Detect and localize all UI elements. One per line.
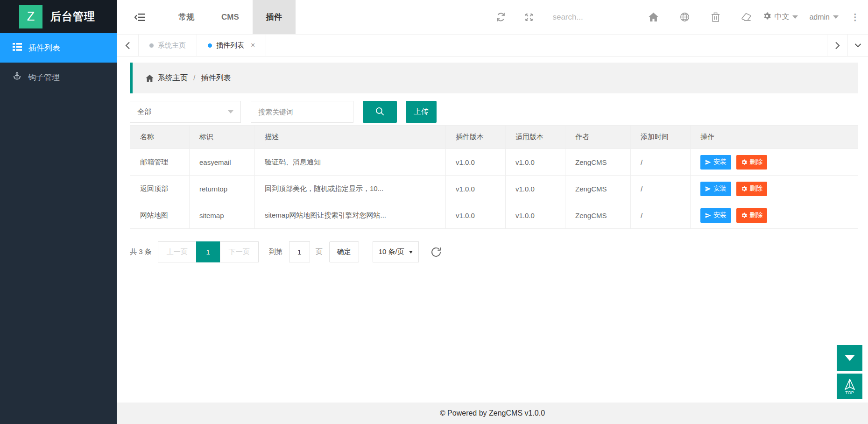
kebab-menu-icon[interactable]: ⋮	[851, 13, 860, 21]
cell-description: 回到顶部美化，随机或指定显示，10...	[255, 176, 446, 202]
table-row: 网站地图 sitemap sitemap网站地图让搜索引擎对您网站... v1.…	[130, 202, 858, 229]
cell-name: 邮箱管理	[130, 149, 190, 176]
refresh-icon[interactable]	[496, 12, 506, 22]
column-header: 名称	[130, 126, 190, 149]
category-select-value: 全部	[137, 107, 151, 116]
tab-plugin-list[interactable]: 插件列表 ×	[197, 35, 266, 56]
install-button[interactable]: 安装	[700, 182, 731, 196]
top-label: TOP	[845, 390, 854, 395]
plugin-table-head-row: 名称标识描述插件版本适用版本作者添加时间操作	[130, 126, 858, 149]
gear-icon	[763, 12, 771, 22]
user-menu[interactable]: admin	[809, 13, 839, 21]
fullscreen-icon[interactable]	[524, 13, 534, 22]
eraser-icon[interactable]	[741, 13, 752, 21]
cell-added-time: /	[631, 149, 691, 176]
language-select[interactable]: 中文	[763, 12, 798, 22]
cell-plugin-version: v1.0.0	[446, 149, 506, 176]
column-header: 插件版本	[446, 126, 506, 149]
install-label: 安装	[713, 211, 727, 219]
search-input[interactable]	[552, 13, 636, 22]
next-page-button[interactable]: 下一页	[220, 241, 259, 262]
column-header: 操作	[691, 126, 858, 149]
sidebar-menu: 插件列表 钩子管理	[0, 33, 117, 92]
tab-status-dot	[149, 43, 154, 48]
tab-system-home[interactable]: 系统主页	[138, 35, 197, 56]
cell-description: 验证码、消息通知	[255, 149, 446, 176]
back-to-top-button[interactable]: TOP	[837, 374, 862, 399]
chevron-down-icon	[792, 15, 798, 19]
close-icon[interactable]: ×	[251, 41, 255, 49]
chevron-down-icon	[833, 15, 839, 19]
top-nav: 常规 CMS 插件	[165, 0, 296, 34]
top-bar: 常规 CMS 插件	[117, 0, 868, 35]
breadcrumb-separator: /	[193, 74, 195, 82]
cell-added-time: /	[631, 202, 691, 229]
sidebar-item-label: 钩子管理	[28, 72, 60, 83]
nav-item-plugins[interactable]: 插件	[253, 0, 296, 34]
trash-icon[interactable]	[711, 12, 720, 22]
table-row: 邮箱管理 easyemail 验证码、消息通知 v1.0.0 v1.0.0 Ze…	[130, 149, 858, 176]
home-icon[interactable]	[649, 13, 658, 21]
upload-button[interactable]: 上传	[406, 101, 437, 123]
category-select[interactable]: 全部	[130, 101, 241, 123]
anchor-icon	[13, 71, 21, 83]
nav-item-general[interactable]: 常规	[165, 0, 208, 34]
goto-page-suffix-label: 页	[316, 247, 323, 256]
confirm-button[interactable]: 确定	[329, 241, 359, 262]
install-button[interactable]: 安装	[700, 208, 731, 223]
delete-button[interactable]: 删除	[736, 182, 767, 196]
prev-page-button[interactable]: 上一页	[158, 241, 197, 262]
plugin-table: 名称标识描述插件版本适用版本作者添加时间操作 邮箱管理 easyemail 验证…	[130, 125, 858, 229]
copyright-text: © Powered by ZengCMS v1.0.0	[440, 409, 545, 417]
search-button[interactable]	[363, 101, 397, 123]
globe-icon[interactable]	[680, 12, 690, 22]
page-size-select[interactable]: 10 条/页	[373, 241, 419, 262]
tab-label: 插件列表	[216, 41, 244, 50]
cell-name: 返回顶部	[130, 176, 190, 202]
breadcrumb: 系统主页 / 插件列表	[130, 63, 858, 93]
breadcrumb-home-link[interactable]: 系统主页	[158, 73, 188, 83]
nav-item-cms[interactable]: CMS	[208, 0, 253, 34]
breadcrumb-current: 插件列表	[201, 73, 231, 83]
cell-actions: 安装 删除	[691, 149, 858, 176]
cell-identifier: easyemail	[190, 149, 255, 176]
column-header: 描述	[255, 126, 446, 149]
sidebar-item-plugin-list[interactable]: 插件列表	[0, 33, 117, 63]
float-widget: TOP	[837, 345, 862, 399]
column-header: 适用版本	[506, 126, 565, 149]
delete-button[interactable]: 删除	[736, 208, 767, 223]
cell-added-time: /	[631, 176, 691, 202]
tab-scroll-right-button[interactable]	[827, 35, 847, 56]
refresh-list-icon[interactable]	[430, 247, 442, 258]
tab-status-dot	[208, 43, 212, 48]
scroll-down-button[interactable]	[837, 345, 862, 371]
cell-plugin-version: v1.0.0	[446, 176, 506, 202]
content-area: 系统主页 / 插件列表 全部 上传	[117, 57, 868, 262]
logo-icon: Z	[19, 5, 42, 28]
home-icon	[146, 75, 154, 82]
gear-icon	[741, 212, 747, 219]
sidebar-item-hook-management[interactable]: 钩子管理	[0, 63, 117, 92]
page-1-button[interactable]: 1	[196, 241, 220, 262]
install-button[interactable]: 安装	[700, 155, 731, 170]
keyword-input[interactable]	[251, 101, 353, 123]
sidebar-toggle-icon[interactable]	[134, 13, 145, 21]
column-header: 添加时间	[631, 126, 691, 149]
sidebar: Z 后台管理 插件列表 钩子管理	[0, 0, 117, 424]
paper-plane-icon	[705, 212, 711, 219]
page-button-group: 上一页 1 下一页	[158, 241, 259, 262]
top-bar-right: 中文 admin ⋮	[496, 12, 868, 22]
column-header: 作者	[565, 126, 631, 149]
language-label: 中文	[774, 12, 789, 22]
tab-scroll-left-button[interactable]	[117, 35, 138, 56]
delete-button[interactable]: 删除	[736, 155, 767, 170]
goto-page-input[interactable]	[289, 241, 310, 262]
install-label: 安装	[713, 184, 727, 193]
tab-menu-button[interactable]	[847, 35, 868, 56]
sidebar-item-label: 插件列表	[28, 42, 60, 53]
column-header: 标识	[190, 126, 255, 149]
gear-icon	[741, 159, 747, 165]
cell-identifier: sitemap	[190, 202, 255, 229]
triangle-down-icon	[845, 355, 855, 361]
cell-description: sitemap网站地图让搜索引擎对您网站...	[255, 202, 446, 229]
